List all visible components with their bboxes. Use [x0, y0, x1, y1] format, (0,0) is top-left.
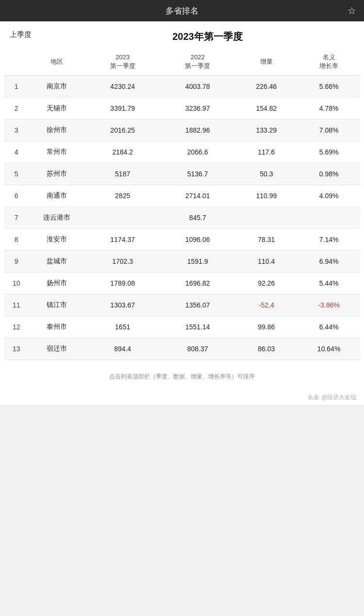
cell-q1_2023: 1702.3 [85, 251, 160, 273]
cell-q1_2023: 894.4 [85, 338, 160, 360]
cell-rank: 8 [4, 229, 29, 251]
cell-growth_rate: 7.14% [298, 229, 360, 251]
cell-q1_2022: 1882.96 [160, 120, 235, 141]
cell-rank: 6 [4, 185, 29, 207]
cell-increase: 78.31 [235, 229, 298, 251]
cell-q1_2023: 2184.2 [85, 141, 160, 163]
cell-q1_2022: 845.7 [160, 207, 235, 229]
cell-increase: 86.03 [235, 338, 298, 360]
cell-rank: 12 [4, 316, 29, 338]
cell-increase: 133.29 [235, 120, 298, 141]
cell-region: 常州市 [29, 141, 85, 163]
cell-increase: 110.4 [235, 251, 298, 273]
cell-region: 苏州市 [29, 163, 85, 185]
col-q1-2023[interactable]: 2023第一季度 [85, 48, 160, 76]
table-row: 12泰州市16511551.1499.866.44% [4, 316, 360, 338]
cell-rank: 3 [4, 120, 29, 141]
cell-q1_2023: 2825 [85, 185, 160, 207]
top-bar: 多省排名 ☆ [0, 0, 364, 21]
col-rank[interactable] [4, 48, 29, 76]
cell-region: 徐州市 [29, 120, 85, 141]
cell-q1_2022: 2066.6 [160, 141, 235, 163]
cell-region: 扬州市 [29, 273, 85, 294]
table-row: 9盐城市1702.31591.9110.46.94% [4, 251, 360, 273]
cell-region: 南通市 [29, 185, 85, 207]
cell-increase: 226.46 [235, 76, 298, 98]
cell-q1_2022: 1551.14 [160, 316, 235, 338]
table-row: 8淮安市1174.371096.0678.317.14% [4, 229, 360, 251]
cell-q1_2023: 1651 [85, 316, 160, 338]
cell-q1_2023: 2016.25 [85, 120, 160, 141]
main-container: 上季度 2023年第一季度 地区 2023第一季度 2022第一季度 增量 名义… [0, 21, 364, 405]
watermark: 头条 @经济大发现 [0, 391, 364, 405]
topbar-title: 多省排名 [165, 5, 199, 17]
cell-rank: 5 [4, 163, 29, 185]
table-row: 1南京市4230.244003.78226.465.66% [4, 76, 360, 98]
cell-q1_2022: 1096.06 [160, 229, 235, 251]
col-increase[interactable]: 增量 [235, 48, 298, 76]
cell-region: 连云港市 [29, 207, 85, 229]
table-row: 2无锡市3391.793236.97154.824.78% [4, 98, 360, 120]
cell-rank: 9 [4, 251, 29, 273]
cell-growth_rate: 0.98% [298, 163, 360, 185]
cell-growth_rate: 5.44% [298, 273, 360, 294]
cell-q1_2022: 1696.82 [160, 273, 235, 294]
table-row: 6南通市28252714.01110.994.09% [4, 185, 360, 207]
cell-q1_2023: 5187 [85, 163, 160, 185]
cell-q1_2022: 808.37 [160, 338, 235, 360]
title-section: 上季度 2023年第一季度 [0, 21, 364, 48]
cell-q1_2023 [85, 207, 160, 229]
cell-region: 淮安市 [29, 229, 85, 251]
cell-region: 盐城市 [29, 251, 85, 273]
table-row: 11镇江市1303.671356.07-52.4-3.86% [4, 294, 360, 316]
star-icon[interactable]: ☆ [347, 5, 356, 17]
table-row: 3徐州市2016.251882.96133.297.08% [4, 120, 360, 141]
cell-region: 泰州市 [29, 316, 85, 338]
cell-q1_2023: 1789.08 [85, 273, 160, 294]
table-row: 4常州市2184.22066.6117.65.69% [4, 141, 360, 163]
col-region[interactable]: 地区 [29, 48, 85, 76]
footer-note: 点击列表顶部栏（季度、数据、增量、增长率等）可排序 [0, 368, 364, 391]
cell-q1_2022: 2714.01 [160, 185, 235, 207]
cell-increase: 50.3 [235, 163, 298, 185]
cell-rank: 10 [4, 273, 29, 294]
col-q1-2022[interactable]: 2022第一季度 [160, 48, 235, 76]
data-table: 地区 2023第一季度 2022第一季度 增量 名义增长率 1南京市4230.2… [4, 48, 360, 360]
table-row: 13宿迁市894.4808.3786.0310.64% [4, 338, 360, 360]
cell-growth_rate: 5.69% [298, 141, 360, 163]
cell-region: 南京市 [29, 76, 85, 98]
cell-growth_rate: 6.94% [298, 251, 360, 273]
cell-region: 宿迁市 [29, 338, 85, 360]
cell-growth_rate: 10.64% [298, 338, 360, 360]
cell-rank: 13 [4, 338, 29, 360]
cell-growth_rate [298, 207, 360, 229]
cell-q1_2023: 1174.37 [85, 229, 160, 251]
cell-rank: 11 [4, 294, 29, 316]
cell-q1_2023: 3391.79 [85, 98, 160, 120]
table-row: 10扬州市1789.081696.8292.265.44% [4, 273, 360, 294]
cell-region: 镇江市 [29, 294, 85, 316]
cell-rank: 4 [4, 141, 29, 163]
cell-growth_rate: 5.66% [298, 76, 360, 98]
cell-rank: 1 [4, 76, 29, 98]
cell-increase: 117.6 [235, 141, 298, 163]
cell-q1_2023: 4230.24 [85, 76, 160, 98]
table-row: 7连云港市845.7 [4, 207, 360, 229]
cell-q1_2022: 5136.7 [160, 163, 235, 185]
cell-rank: 7 [4, 207, 29, 229]
cell-growth_rate: 7.08% [298, 120, 360, 141]
cell-increase: 154.82 [235, 98, 298, 120]
season-label: 上季度 [10, 30, 32, 39]
cell-q1_2022: 4003.78 [160, 76, 235, 98]
cell-increase [235, 207, 298, 229]
cell-q1_2022: 3236.97 [160, 98, 235, 120]
cell-increase: -52.4 [235, 294, 298, 316]
main-title: 2023年第一季度 [61, 30, 354, 43]
cell-rank: 2 [4, 98, 29, 120]
cell-q1_2022: 1591.9 [160, 251, 235, 273]
cell-increase: 92.26 [235, 273, 298, 294]
col-growth-rate[interactable]: 名义增长率 [298, 48, 360, 76]
cell-region: 无锡市 [29, 98, 85, 120]
cell-increase: 99.86 [235, 316, 298, 338]
cell-q1_2022: 1356.07 [160, 294, 235, 316]
